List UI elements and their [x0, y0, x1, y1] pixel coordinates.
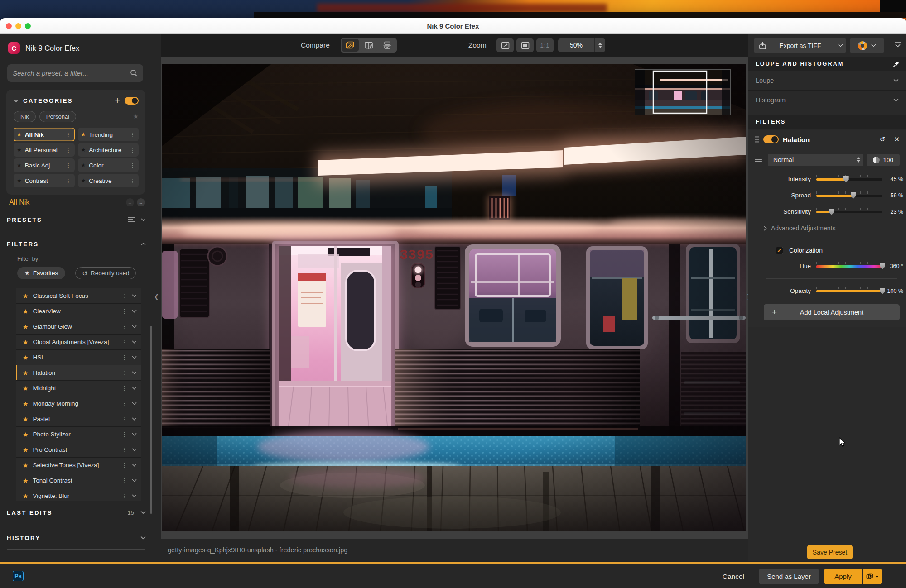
filter-row-pastel[interactable]: ★Pastel⋮ [16, 411, 141, 427]
filter-row-halation-selected[interactable]: ★Halation⋮ [16, 365, 141, 381]
category-trending[interactable]: ★ Trending ⋮ [78, 128, 139, 141]
chevron-down-icon[interactable] [132, 464, 137, 467]
star-icon[interactable]: ★ [23, 292, 29, 300]
kebab-menu-icon[interactable]: ⋮ [66, 162, 72, 169]
chevron-up-icon[interactable] [141, 243, 146, 246]
add-category-button[interactable]: + [115, 96, 120, 105]
slider-thumb[interactable] [843, 176, 849, 182]
filter-row-midnight[interactable]: ★Midnight⋮ [16, 381, 141, 396]
sensitivity-slider[interactable] [816, 211, 882, 213]
kebab-menu-icon[interactable]: ⋮ [121, 292, 127, 299]
star-icon[interactable]: ★ [23, 369, 29, 377]
histogram-row[interactable]: Histogram [748, 91, 906, 110]
chevron-down-icon[interactable] [14, 99, 19, 102]
dxo-profile-button[interactable] [850, 38, 884, 53]
compare-split-vertical-button[interactable] [360, 39, 377, 52]
chevron-down-icon[interactable] [141, 218, 146, 221]
chevron-down-icon[interactable] [132, 448, 137, 451]
chevron-down-icon[interactable] [132, 294, 137, 297]
filter-row-selective-tones[interactable]: ★Selective Tones [Viveza]⋮ [16, 458, 141, 473]
recently-used-filter-button[interactable]: ↺ Recently used [75, 267, 136, 279]
kebab-menu-icon[interactable]: ⋮ [130, 162, 135, 169]
chevron-down-icon[interactable] [132, 494, 137, 497]
search-input[interactable] [13, 69, 130, 77]
star-icon[interactable]: ★ [23, 400, 29, 407]
chevron-down-icon[interactable] [132, 402, 137, 405]
chevron-down-icon[interactable] [132, 387, 137, 390]
category-architecture[interactable]: ★ Architecture ⋮ [78, 143, 139, 157]
kebab-menu-icon[interactable]: ⋮ [121, 323, 127, 330]
chevron-down-icon[interactable] [132, 479, 137, 482]
star-icon[interactable]: ★ [23, 416, 29, 423]
last-edits-header[interactable]: LAST EDITS 15 [7, 502, 146, 522]
apply-options-button[interactable] [863, 569, 882, 584]
zoom-level-dropdown[interactable]: 50% [558, 38, 605, 52]
kebab-menu-icon[interactable]: ⋮ [121, 369, 127, 376]
image-canvas[interactable]: 3395 [162, 64, 746, 531]
slider-thumb[interactable] [851, 192, 856, 199]
star-icon[interactable]: ★ [23, 431, 29, 438]
hamburger-menu-icon[interactable] [755, 157, 762, 163]
chevron-down-icon[interactable] [132, 417, 137, 421]
star-icon[interactable]: ★ [23, 308, 29, 315]
kebab-menu-icon[interactable]: ⋮ [121, 354, 127, 361]
kebab-menu-icon[interactable]: ⋮ [66, 177, 72, 184]
kebab-menu-icon[interactable]: ⋮ [66, 147, 72, 153]
filter-opacity-chip[interactable]: 100 [867, 154, 900, 166]
list-view-icon[interactable] [128, 217, 135, 222]
category-color[interactable]: ★ Color ⋮ [78, 158, 139, 172]
kebab-menu-icon[interactable]: ⋮ [121, 477, 127, 484]
filter-row-global-adjustments[interactable]: ★Global Adjustments [Viveza]⋮ [16, 335, 141, 350]
chevron-down-icon[interactable] [132, 310, 137, 313]
kebab-menu-icon[interactable]: ⋮ [66, 131, 72, 138]
chevron-down-icon[interactable] [132, 433, 137, 436]
chevron-down-icon[interactable] [140, 511, 146, 514]
category-all-nik[interactable]: ★ All Nik ⋮ [14, 128, 75, 141]
pin-icon[interactable] [893, 61, 900, 67]
kebab-menu-icon[interactable]: ⋮ [121, 431, 127, 438]
category-all-personal[interactable]: ★ All Personal ⋮ [14, 143, 75, 157]
save-preset-button[interactable]: Save Preset [807, 545, 853, 559]
filter-row-glamour-glow[interactable]: ★Glamour Glow⋮ [16, 319, 141, 335]
loupe-row[interactable]: Loupe [748, 71, 906, 91]
reset-filter-icon[interactable]: ↺ [880, 135, 886, 143]
export-button[interactable]: Export as TIFF [754, 38, 846, 53]
intensity-slider[interactable] [816, 178, 882, 181]
collapse-left-panel-icon[interactable]: ❮ [154, 293, 159, 300]
zoom-one-to-one-button[interactable]: 1:1 [536, 38, 554, 52]
category-contrast[interactable]: ★ Contrast ⋮ [14, 174, 75, 187]
kebab-menu-icon[interactable]: ⋮ [121, 385, 127, 392]
filter-row-tonal-contrast[interactable]: ★Tonal Contrast⋮ [16, 473, 141, 488]
remove-filter-icon[interactable]: ✕ [894, 135, 900, 143]
add-local-adjustment-button[interactable]: + Add Local Adjustment [764, 304, 900, 320]
zoom-fill-button[interactable] [516, 38, 534, 52]
kebab-menu-icon[interactable]: ⋮ [121, 339, 127, 345]
chevron-down-icon[interactable] [132, 356, 137, 359]
export-options-button[interactable] [834, 44, 846, 47]
spread-slider[interactable] [816, 195, 882, 197]
filter-row-photo-stylizer[interactable]: ★Photo Stylizer⋮ [16, 427, 141, 442]
apply-button[interactable]: Apply [824, 569, 862, 584]
star-icon[interactable]: ★ [23, 354, 29, 361]
filter-row-clearview[interactable]: ★ClearView⋮ [16, 304, 141, 319]
kebab-menu-icon[interactable]: ⋮ [130, 147, 135, 153]
star-icon[interactable]: ★ [133, 113, 139, 120]
filter-row-classical-soft-focus[interactable]: ★Classical Soft Focus⋮ [16, 288, 141, 304]
cancel-button[interactable]: Cancel [723, 564, 744, 588]
kebab-menu-icon[interactable]: ⋮ [130, 131, 135, 138]
filter-row-pro-contrast[interactable]: ★Pro Contrast⋮ [16, 442, 141, 458]
sidebar-scrollbar[interactable] [150, 326, 152, 514]
star-icon[interactable]: ★ [23, 462, 29, 469]
categories-toggle[interactable] [125, 97, 139, 105]
history-header[interactable]: HISTORY [7, 528, 146, 548]
chevron-down-icon[interactable] [132, 325, 137, 328]
advanced-adjustments-row[interactable]: Advanced Adjustments [764, 223, 835, 234]
opacity-slider[interactable] [816, 290, 882, 292]
favorites-filter-button[interactable]: ★ Favorites [17, 267, 65, 279]
blend-stepper[interactable] [853, 154, 863, 166]
kebab-menu-icon[interactable]: ⋮ [121, 462, 127, 468]
filter-row-vignette-blur[interactable]: ★Vignette: Blur⋮ [16, 488, 141, 501]
category-basic-adjustments[interactable]: ★ Basic Adj... ⋮ [14, 158, 75, 172]
star-icon[interactable]: ★ [23, 323, 29, 330]
tag-nik[interactable]: Nik [14, 111, 36, 122]
